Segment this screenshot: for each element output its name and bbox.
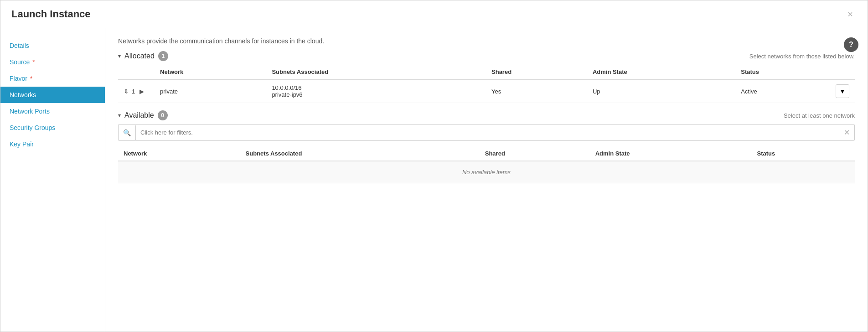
available-table-header-row: Network Subnets Associated Shared Admin … [118,146,855,161]
row-controls: ⇕ 1 ▶ [118,79,155,103]
allocated-table: Network Subnets Associated Shared Admin … [118,65,855,103]
filter-row: 🔍 ✕ [118,124,855,141]
filter-input[interactable] [136,125,839,140]
allocated-toggle[interactable]: ▾ Allocated 1 [118,51,168,61]
allocated-col-admin-state: Admin State [587,65,735,79]
allocated-label: Allocated [124,52,155,60]
available-col-admin-state: Admin State [590,146,752,161]
allocated-col-action [830,65,855,79]
row-remove: ▼ [830,79,855,103]
sidebar-item-source[interactable]: Source * [0,54,105,70]
row-admin-state: Up [587,79,735,103]
available-section-header: ▾ Available 0 Select at least one networ… [118,110,855,120]
remove-button[interactable]: ▼ [836,84,849,98]
row-status: Active [735,79,830,103]
modal-title: Launch Instance [11,8,91,20]
networks-description: Networks provide the communication chann… [118,37,855,45]
available-section: ▾ Available 0 Select at least one networ… [118,110,855,183]
row-shared: Yes [486,79,587,103]
available-col-shared: Shared [480,146,590,161]
row-network: private [155,79,266,103]
available-col-network: Network [118,146,240,161]
close-button[interactable]: × [844,8,857,21]
allocated-hint: Select networks from those listed below. [749,53,855,60]
available-count: 0 [158,110,168,120]
allocated-col-status: Status [735,65,830,79]
allocated-col-network: Network [155,65,266,79]
main-content: Networks provide the communication chann… [105,28,868,332]
sidebar-item-security-groups[interactable]: Security Groups [0,119,105,136]
allocated-table-header-row: Network Subnets Associated Shared Admin … [118,65,855,79]
search-icon: 🔍 [119,125,136,140]
help-button[interactable]: ? [844,37,858,52]
filter-clear-button[interactable]: ✕ [839,124,854,140]
row-order: 1 [132,88,135,95]
no-items-label: No available items [118,161,855,183]
launch-instance-modal: Launch Instance × DetailsSource *Flavor … [0,0,868,332]
no-items-row: No available items [118,161,855,183]
available-label: Available [124,111,154,119]
sort-icon[interactable]: ⇕ [124,88,129,95]
modal-header: Launch Instance × [0,0,868,28]
available-hint: Select at least one network [784,112,855,119]
allocated-col-shared: Shared [486,65,587,79]
allocated-table-row: ⇕ 1 ▶ private 10.0.0.0/16 private-ipv6 Y… [118,79,855,103]
available-col-subnets: Subnets Associated [240,146,480,161]
allocated-col-subnets: Subnets Associated [266,65,486,79]
sidebar: DetailsSource *Flavor *NetworksNetwork P… [0,28,105,332]
available-table: Network Subnets Associated Shared Admin … [118,146,855,183]
available-chevron-icon: ▾ [118,112,121,119]
sidebar-item-flavor-required: * [28,75,32,82]
allocated-col-sort [118,65,155,79]
sidebar-item-details[interactable]: Details [0,37,105,54]
available-toggle[interactable]: ▾ Available 0 [118,110,168,120]
modal-body: DetailsSource *Flavor *NetworksNetwork P… [0,28,868,332]
sidebar-item-source-required: * [31,58,35,66]
sidebar-item-key-pair[interactable]: Key Pair [0,136,105,152]
sidebar-item-flavor[interactable]: Flavor * [0,70,105,87]
sidebar-item-networks[interactable]: Networks [0,87,105,103]
allocated-section-header: ▾ Allocated 1 Select networks from those… [118,51,855,61]
allocated-chevron-icon: ▾ [118,53,121,59]
sidebar-item-network-ports[interactable]: Network Ports [0,103,105,119]
row-subnets: 10.0.0.0/16 private-ipv6 [266,79,486,103]
allocated-count: 1 [158,51,168,61]
expand-button[interactable]: ▶ [138,87,146,96]
available-col-status: Status [751,146,855,161]
